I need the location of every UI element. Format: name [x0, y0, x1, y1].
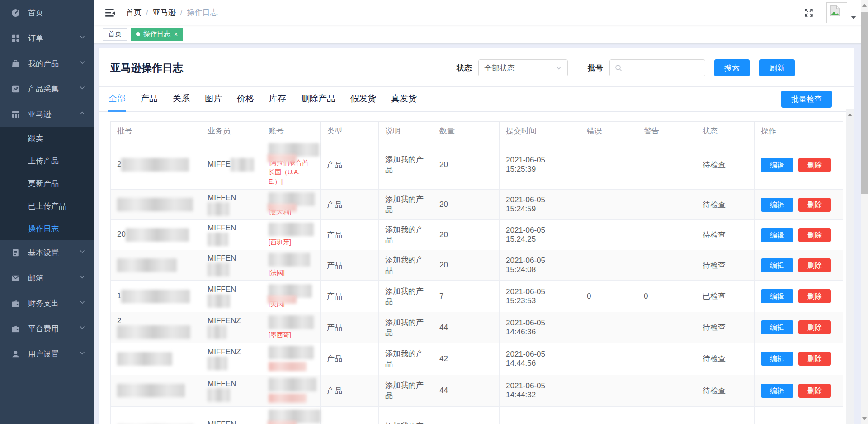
description-cell: 添加我的产品: [379, 250, 433, 281]
sidebar-item-label: 基本设置: [28, 248, 79, 258]
status-select[interactable]: 全部状态: [478, 59, 568, 76]
delete-button[interactable]: 删除: [798, 289, 831, 303]
sidebar-item-label: 财务支出: [28, 298, 79, 309]
account-cell: [262, 375, 321, 407]
sidebar-item-1[interactable]: 订单: [0, 25, 94, 51]
tab-2[interactable]: 关系: [173, 87, 190, 112]
tab-8[interactable]: 真发货: [391, 87, 417, 112]
fullscreen-icon[interactable]: [803, 7, 815, 19]
edit-button[interactable]: 编辑: [761, 320, 793, 334]
delete-button[interactable]: 删除: [798, 198, 831, 212]
chevron-down-icon: [79, 248, 85, 257]
description-cell: 添加我的产品: [379, 343, 433, 375]
tab-1[interactable]: 产品: [141, 87, 158, 112]
sidebar-item-8[interactable]: 平台费用: [0, 316, 94, 341]
column-header-9: 状态: [696, 122, 755, 140]
avatar-caret-down-icon[interactable]: [851, 16, 856, 19]
sidebar-item-label: 亚马逊: [28, 109, 79, 119]
delete-button[interactable]: 删除: [798, 384, 831, 398]
log-type-tabs: 全部产品关系图片价格库存删除产品假发货真发货批量检查: [99, 87, 854, 112]
scrollbar-thumb[interactable]: [861, 12, 868, 194]
batch-search-input[interactable]: [626, 63, 700, 72]
tag-dot-icon: [136, 32, 140, 36]
edit-button[interactable]: 编辑: [761, 228, 793, 242]
log-table-wrap: 批号业务员账号类型说明数量提交时间错误警告状态操作 2MIFFE[阿拉伯联合酋长…: [110, 121, 842, 424]
avatar[interactable]: [826, 2, 847, 23]
edit-button[interactable]: 编辑: [761, 384, 793, 398]
tab-4[interactable]: 价格: [237, 87, 254, 112]
scrollbar-up-arrow-icon[interactable]: [862, 4, 867, 7]
sidebar-subitem-3[interactable]: 已上传产品: [0, 195, 94, 217]
tab-6[interactable]: 删除产品: [301, 87, 335, 112]
sidebar-submenu: 跟卖上传产品更新产品已上传产品操作日志: [0, 127, 94, 240]
warning-cell: [637, 407, 696, 424]
page-scrollbar[interactable]: [861, 0, 868, 424]
submit-time-cell: 2021-06-05 14:46:36: [500, 312, 580, 343]
type-cell: 产品: [321, 407, 379, 424]
edit-button[interactable]: 编辑: [761, 289, 793, 303]
search-button[interactable]: 搜索: [714, 59, 750, 76]
tab-7[interactable]: 假发货: [350, 87, 376, 112]
delete-button[interactable]: 删除: [798, 258, 831, 272]
sidebar-subitem-0[interactable]: 跟卖: [0, 127, 94, 149]
orders-icon: [11, 33, 21, 43]
sidebar-item-7[interactable]: 财务支出: [0, 291, 94, 316]
table-scrollbar[interactable]: [846, 109, 854, 424]
sidebar-toggle-icon[interactable]: [104, 7, 116, 19]
sidebar-item-6[interactable]: 邮箱: [0, 265, 94, 291]
description-cell: 添加我的产品: [379, 190, 433, 220]
breadcrumb-amazon[interactable]: 亚马逊: [153, 7, 176, 18]
tag-home[interactable]: 首页: [103, 28, 127, 41]
error-cell: [580, 343, 637, 375]
tag-operation-log[interactable]: 操作日志 ×: [131, 28, 183, 41]
tab-5[interactable]: 库存: [269, 87, 286, 112]
batch-cell: 2: [111, 140, 201, 190]
sidebar-subitem-1[interactable]: 上传产品: [0, 149, 94, 172]
edit-button[interactable]: 编辑: [761, 352, 793, 366]
quantity-cell: 20: [433, 190, 500, 220]
sidebar-subitem-4[interactable]: 操作日志: [0, 217, 94, 240]
type-cell: 产品: [321, 220, 379, 250]
column-header-1: 业务员: [201, 122, 262, 140]
warning-cell: [637, 190, 696, 220]
table-header-row: 批号业务员账号类型说明数量提交时间错误警告状态操作: [111, 122, 843, 140]
delete-button[interactable]: 删除: [798, 352, 831, 366]
sidebar-subitem-2[interactable]: 更新产品: [0, 172, 94, 195]
batch-cell: 1: [111, 281, 201, 312]
sidebar-item-5[interactable]: 基本设置: [0, 240, 94, 265]
chevron-down-icon: [79, 349, 85, 358]
wallet-icon: [11, 324, 21, 333]
edit-button[interactable]: 编辑: [761, 158, 793, 172]
quantity-cell: 44: [433, 312, 500, 343]
error-cell: [580, 312, 637, 343]
refresh-button[interactable]: 刷新: [760, 59, 795, 76]
sidebar-item-2[interactable]: 我的产品: [0, 51, 94, 76]
wallet-icon: [11, 298, 21, 308]
sidebar-item-9[interactable]: 用户设置: [0, 341, 94, 367]
batch-check-button[interactable]: 批量检查: [781, 91, 832, 108]
delete-button[interactable]: 删除: [798, 158, 831, 172]
salesman-cell: MIFFEN: [201, 407, 262, 424]
status-cell: 待检查: [696, 220, 755, 250]
sidebar-item-3[interactable]: 产品采集: [0, 76, 94, 101]
salesman-cell: MIFFENZ: [201, 312, 262, 343]
scroll-up-arrow-icon[interactable]: [848, 114, 852, 116]
tag-close-icon[interactable]: ×: [174, 31, 178, 38]
delete-button[interactable]: 删除: [798, 228, 831, 242]
tab-0[interactable]: 全部: [108, 87, 126, 112]
warning-cell: [637, 343, 696, 375]
breadcrumb-home[interactable]: 首页: [126, 7, 142, 18]
scrollbar-down-arrow-icon[interactable]: [862, 417, 867, 420]
delete-button[interactable]: 删除: [798, 320, 831, 334]
description-cell: 添加我的产品: [379, 220, 433, 250]
tab-3[interactable]: 图片: [205, 87, 222, 112]
salesman-cell: MIFFEN: [201, 190, 262, 220]
filters: 状态 全部状态 批号 搜索 刷新: [457, 59, 795, 76]
sidebar-item-0[interactable]: 首页: [0, 0, 94, 25]
sidebar-item-label: 我的产品: [28, 58, 79, 69]
edit-button[interactable]: 编辑: [761, 258, 793, 272]
document-icon: [11, 248, 21, 257]
dashboard-icon: [11, 8, 21, 18]
edit-button[interactable]: 编辑: [761, 198, 793, 212]
sidebar-item-4[interactable]: 亚马逊: [0, 101, 94, 127]
